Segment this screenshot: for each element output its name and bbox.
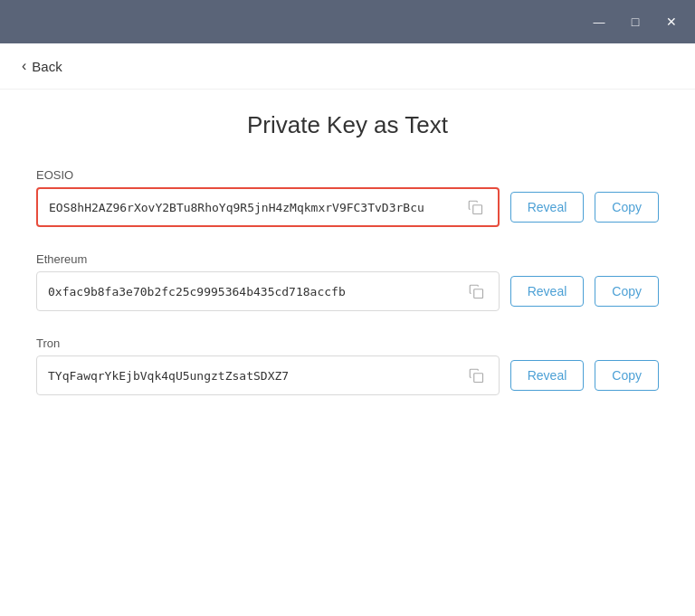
svg-rect-2: [473, 374, 482, 383]
copy-icon-button-ethereum[interactable]: [464, 281, 488, 301]
key-value-ethereum: 0xfac9b8fa3e70b2fc25c9995364b435cd718acc…: [48, 285, 464, 299]
reveal-button-eosio[interactable]: Reveal: [510, 192, 585, 223]
key-row-ethereum: 0xfac9b8fa3e70b2fc25c9995364b435cd718acc…: [36, 271, 659, 311]
copy-icon-button-tron[interactable]: [464, 365, 488, 385]
copy-button-eosio[interactable]: Copy: [595, 192, 659, 223]
back-label: Back: [32, 59, 62, 74]
reveal-button-ethereum[interactable]: Reveal: [510, 276, 585, 307]
key-input-wrapper-eosio: EOS8hH2AZ96rXovY2BTu8RhoYq9R5jnH4zMqkmxr…: [36, 187, 500, 227]
close-button[interactable]: [662, 13, 681, 31]
copy-button-ethereum[interactable]: Copy: [595, 276, 659, 307]
copy-button-tron[interactable]: Copy: [595, 360, 659, 391]
titlebar: [0, 0, 695, 43]
svg-rect-1: [473, 289, 482, 299]
page-title: Private Key as Text: [36, 111, 659, 139]
key-row-eosio: EOS8hH2AZ96rXovY2BTu8RhoYq9R5jnH4zMqkmxr…: [36, 187, 659, 227]
back-chevron-icon: ‹: [22, 58, 26, 74]
back-button[interactable]: ‹ Back: [22, 58, 62, 74]
content-area: ‹ Back Private Key as Text EOSIOEOS8hH2A…: [0, 43, 695, 616]
reveal-button-tron[interactable]: Reveal: [510, 360, 585, 391]
nav-bar: ‹ Back: [0, 43, 695, 90]
keys-container: EOSIOEOS8hH2AZ96rXovY2BTu8RhoYq9R5jnH4zM…: [36, 168, 659, 395]
key-section-ethereum: Ethereum0xfac9b8fa3e70b2fc25c9995364b435…: [36, 252, 659, 311]
copy-icon-button-eosio[interactable]: [463, 197, 487, 217]
key-value-eosio: EOS8hH2AZ96rXovY2BTu8RhoYq9R5jnH4zMqkmxr…: [49, 201, 463, 214]
key-value-tron: TYqFawqrYkEjbVqk4qU5ungztZsatSDXZ7: [48, 369, 464, 383]
key-input-wrapper-tron: TYqFawqrYkEjbVqk4qU5ungztZsatSDXZ7: [36, 355, 500, 395]
key-label-eosio: EOSIO: [36, 168, 659, 182]
key-label-ethereum: Ethereum: [36, 252, 659, 266]
key-row-tron: TYqFawqrYkEjbVqk4qU5ungztZsatSDXZ7 Revea…: [36, 355, 659, 395]
key-section-tron: TronTYqFawqrYkEjbVqk4qU5ungztZsatSDXZ7 R…: [36, 336, 659, 395]
key-section-eosio: EOSIOEOS8hH2AZ96rXovY2BTu8RhoYq9R5jnH4zM…: [36, 168, 659, 227]
key-label-tron: Tron: [36, 336, 659, 350]
svg-rect-0: [472, 205, 481, 214]
main-content: Private Key as Text EOSIOEOS8hH2AZ96rXov…: [0, 90, 695, 616]
minimize-button[interactable]: [590, 13, 608, 31]
maximize-button[interactable]: [626, 13, 644, 31]
key-input-wrapper-ethereum: 0xfac9b8fa3e70b2fc25c9995364b435cd718acc…: [36, 271, 500, 311]
